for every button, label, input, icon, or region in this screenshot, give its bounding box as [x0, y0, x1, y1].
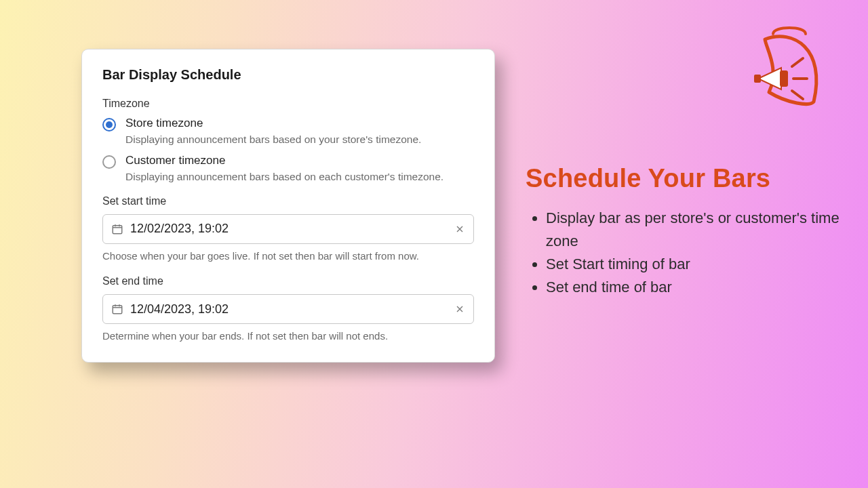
svg-line-7 — [792, 91, 803, 99]
radio-customer-desc: Displaying announcement bars based on ea… — [125, 170, 443, 184]
promo-heading: Schedule Your Bars — [526, 164, 844, 193]
promo-bullet: Display bar as per store's or customer's… — [546, 207, 844, 253]
calendar-icon — [111, 223, 123, 235]
card-title: Bar Display Schedule — [102, 67, 474, 83]
calendar-icon — [111, 303, 123, 315]
clear-end-icon[interactable] — [454, 304, 465, 314]
start-time-label: Set start time — [102, 195, 474, 207]
radio-customer-label: Customer timezone — [125, 154, 443, 167]
end-time-helper: Determine when your bar ends. If not set… — [102, 329, 474, 343]
svg-rect-0 — [113, 226, 122, 234]
start-time-input[interactable]: 12/02/2023, 19:02 — [102, 214, 474, 244]
promo-bullet: Set end time of bar — [546, 276, 844, 299]
start-time-value: 12/02/2023, 19:02 — [130, 222, 454, 236]
end-time-input[interactable]: 12/04/2023, 19:02 — [102, 294, 474, 324]
radio-store[interactable] — [102, 118, 116, 131]
radio-customer-text: Customer timezone Displaying announcemen… — [125, 154, 443, 184]
radio-store-text: Store timezone Displaying announcement b… — [125, 117, 421, 147]
svg-rect-4 — [754, 75, 761, 83]
promo-bullet: Set Start timing of bar — [546, 253, 844, 276]
megaphone-bag-icon — [746, 22, 834, 110]
end-time-label: Set end time — [102, 275, 474, 287]
svg-rect-3 — [780, 70, 788, 87]
timezone-radio-group: Store timezone Displaying announcement b… — [102, 117, 474, 184]
end-time-value: 12/04/2023, 19:02 — [130, 302, 454, 317]
app-logo — [746, 22, 834, 110]
radio-option-customer[interactable]: Customer timezone Displaying announcemen… — [102, 154, 474, 184]
start-time-helper: Choose when your bar goes live. If not s… — [102, 249, 474, 263]
radio-customer[interactable] — [102, 155, 116, 169]
radio-option-store[interactable]: Store timezone Displaying announcement b… — [102, 117, 474, 147]
svg-rect-1 — [113, 306, 122, 314]
timezone-label: Timezone — [102, 98, 474, 110]
end-time-block: Set end time 12/04/2023, 19:02 Determine… — [102, 275, 474, 343]
svg-line-5 — [792, 58, 803, 66]
promo-block: Schedule Your Bars Display bar as per st… — [526, 164, 844, 299]
clear-start-icon[interactable] — [454, 224, 465, 235]
stage: Bar Display Schedule Timezone Store time… — [0, 0, 868, 488]
radio-store-label: Store timezone — [125, 117, 421, 130]
start-time-block: Set start time 12/02/2023, 19:02 Choose … — [102, 195, 474, 263]
radio-store-desc: Displaying announcement bars based on yo… — [125, 133, 421, 147]
schedule-card: Bar Display Schedule Timezone Store time… — [81, 49, 495, 363]
promo-bullets: Display bar as per store's or customer's… — [526, 207, 844, 299]
